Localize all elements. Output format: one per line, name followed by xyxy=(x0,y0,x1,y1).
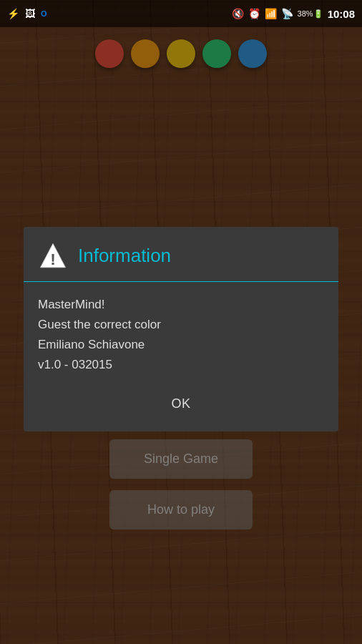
status-left-icons: ⚡ 🖼 O xyxy=(7,8,47,19)
dialog-message: MasterMind! Guest the correct color Emil… xyxy=(38,295,324,375)
dialog-footer[interactable]: OK xyxy=(24,382,338,431)
message-line3: Emiliano Schiavone xyxy=(38,335,324,355)
message-line4: v1.0 - 032015 xyxy=(38,355,324,375)
message-line1: MasterMind! xyxy=(38,295,324,315)
mute-icon: 🔇 xyxy=(232,8,244,19)
warning-icon: ! xyxy=(38,241,68,271)
ok-button[interactable]: OK xyxy=(150,389,212,419)
svg-text:!: ! xyxy=(50,250,56,268)
outlook-icon: O xyxy=(41,9,47,18)
battery-icon: 38%🔋 xyxy=(298,9,323,19)
dialog-overlay: ! Information MasterMind! Guest the corr… xyxy=(0,0,362,644)
signal-icon: 📡 xyxy=(281,8,293,19)
clock: 10:08 xyxy=(328,8,355,20)
status-right-icons: 🔇 ⏰ 📶 📡 38%🔋 10:08 xyxy=(232,8,355,20)
alarm-icon: ⏰ xyxy=(248,8,260,19)
dialog-title: Information xyxy=(78,245,171,267)
message-line2: Guest the correct color xyxy=(38,315,324,335)
usb-icon: ⚡ xyxy=(7,8,19,19)
wifi-icon: 📶 xyxy=(265,8,277,19)
status-bar: ⚡ 🖼 O 🔇 ⏰ 📶 📡 38%🔋 10:08 xyxy=(0,0,362,27)
image-icon: 🖼 xyxy=(25,8,35,19)
information-dialog: ! Information MasterMind! Guest the corr… xyxy=(24,227,338,431)
dialog-body: MasterMind! Guest the correct color Emil… xyxy=(24,282,338,382)
dialog-header: ! Information xyxy=(24,227,338,282)
